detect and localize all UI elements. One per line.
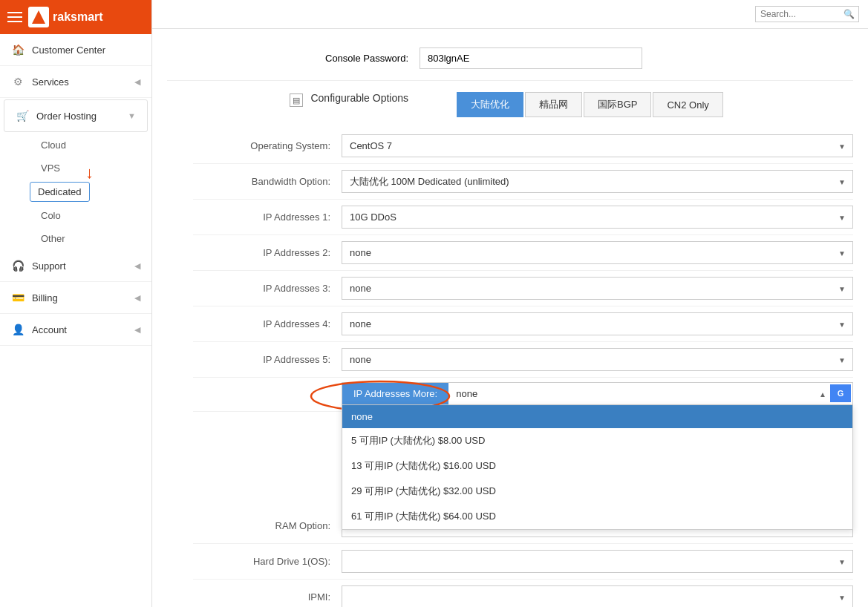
ip-more-header: IP Addresses More: none G ▲ bbox=[342, 382, 853, 405]
sidebar-nav: 🏠 Customer Center ⚙ Services ◀ 🛒 Order H… bbox=[0, 34, 151, 607]
ip-addresses-1-wrapper: 10G DDoS bbox=[342, 206, 853, 229]
dropdown-option-none[interactable]: none bbox=[342, 405, 852, 428]
ip-more-dropdown-list: none 5 可用IP (大陆优化) $8.00 USD 13 可用IP (大陆… bbox=[342, 405, 853, 530]
sidebar-label-customer-center: Customer Center bbox=[32, 45, 105, 56]
operating-system-label: Operating System: bbox=[193, 140, 342, 151]
billing-icon: 💳 bbox=[11, 291, 25, 304]
ram-option-label: RAM Option: bbox=[193, 520, 342, 531]
svg-marker-0 bbox=[32, 10, 45, 24]
ip-addresses-5-row: IP Addresses 5: none bbox=[193, 342, 853, 378]
dropdown-option-5ip[interactable]: 5 可用IP (大陆优化) $8.00 USD bbox=[342, 428, 852, 453]
bandwidth-option-label: Bandwidth Option: bbox=[193, 176, 342, 187]
configurable-options-section: ▤ Configurable Options 大陆优化 精品网 国际BGP CN… bbox=[167, 81, 853, 607]
console-password-row: Console Password: bbox=[167, 40, 853, 81]
operating-system-row: Operating System: CentOS 7 bbox=[193, 128, 853, 164]
bandwidth-option-row: Bandwidth Option: 大陆优化 100M Dedicated (u… bbox=[193, 164, 853, 200]
config-options-header: ▤ Configurable Options 大陆优化 精品网 国际BGP CN… bbox=[167, 92, 853, 117]
account-arrow: ◀ bbox=[134, 325, 140, 335]
sidebar-item-account[interactable]: 👤 Account ◀ bbox=[0, 314, 151, 346]
ip-addresses-5-select[interactable]: none bbox=[342, 348, 853, 371]
operating-system-select[interactable]: CentOS 7 bbox=[342, 134, 853, 157]
ipmi-wrapper bbox=[342, 585, 853, 607]
services-arrow: ◀ bbox=[134, 77, 140, 87]
ip-addresses-more-button[interactable]: IP Addresses More: bbox=[342, 383, 448, 404]
ipmi-select[interactable] bbox=[342, 585, 853, 607]
ip-addresses-more-row: IP Addresses More: none G ▲ none 5 可用IP … bbox=[193, 378, 853, 412]
billing-arrow: ◀ bbox=[134, 293, 140, 303]
tab-guojibgp[interactable]: 国际BGP bbox=[584, 92, 651, 117]
ip-addresses-1-label: IP Addresses 1: bbox=[193, 211, 342, 223]
dropdown-option-29ip[interactable]: 29 可用IP (大陆优化) $32.00 USD bbox=[342, 479, 852, 504]
ip-addresses-4-label: IP Addresses 4: bbox=[193, 318, 342, 329]
sidebar-item-cloud[interactable]: Cloud bbox=[30, 134, 151, 157]
ip-addresses-more-control: IP Addresses More: none G ▲ none 5 可用IP … bbox=[342, 382, 853, 405]
sidebar-item-billing[interactable]: 💳 Billing ◀ bbox=[0, 282, 151, 314]
console-password-input[interactable] bbox=[420, 47, 642, 69]
main-content: 🔍 Console Password: ▤ Configurable Optio… bbox=[152, 0, 868, 607]
ip-addresses-4-select[interactable]: none bbox=[342, 312, 853, 335]
dedicated-row: Dedicated ↓ bbox=[30, 180, 151, 204]
ip-addresses-3-row: IP Addresses 3: none bbox=[193, 271, 853, 306]
sidebar-item-support[interactable]: 🎧 Support ◀ bbox=[0, 250, 151, 282]
ip-more-current-value: none bbox=[448, 383, 852, 404]
dropdown-option-13ip[interactable]: 13 可用IP (大陆优化) $16.00 USD bbox=[342, 453, 852, 479]
sidebar-label-support: Support bbox=[32, 260, 66, 272]
dropdown-option-61ip[interactable]: 61 可用IP (大陆优化) $64.00 USD bbox=[342, 504, 852, 529]
ip-addresses-3-wrapper: none bbox=[342, 277, 853, 300]
ip-addresses-4-wrapper: none bbox=[342, 312, 853, 335]
search-icon: 🔍 bbox=[843, 9, 855, 19]
red-arrow-icon: ↓ bbox=[85, 163, 94, 183]
ip-addresses-4-row: IP Addresses 4: none bbox=[193, 306, 853, 342]
config-options-title: Configurable Options bbox=[310, 92, 408, 104]
content-area: Console Password: ▤ Configurable Options… bbox=[152, 29, 868, 607]
ip-addresses-more-label bbox=[193, 382, 342, 388]
logo-icon bbox=[28, 7, 49, 27]
hamburger-icon[interactable] bbox=[7, 12, 22, 22]
tab-group: 大陆优化 精品网 国际BGP CN2 Only bbox=[457, 92, 723, 117]
ip-addresses-2-row: IP Addresses 2: none bbox=[193, 235, 853, 271]
config-options-icon: ▤ bbox=[290, 93, 303, 107]
search-wrapper: 🔍 bbox=[755, 6, 859, 22]
sidebar-item-colo[interactable]: Colo bbox=[30, 204, 151, 227]
sidebar-label-services: Services bbox=[32, 76, 69, 88]
tab-cn2only[interactable]: CN2 Only bbox=[653, 92, 722, 117]
account-icon: 👤 bbox=[11, 323, 25, 336]
hard-drive-1-wrapper bbox=[342, 550, 853, 573]
sidebar-header: raksmart bbox=[0, 0, 151, 34]
hard-drive-1-label: Hard Drive 1(OS): bbox=[193, 556, 342, 567]
support-arrow: ◀ bbox=[134, 261, 140, 271]
tab-daluyouhua[interactable]: 大陆优化 bbox=[457, 92, 523, 117]
sub-nav: Cloud VPS Dedicated ↓ Colo Other bbox=[0, 134, 151, 250]
sidebar-item-dedicated[interactable]: Dedicated bbox=[30, 182, 90, 202]
ipmi-row: IPMI: bbox=[193, 580, 853, 607]
sidebar-item-order-hosting[interactable]: 🛒 Order Hosting ▼ bbox=[4, 99, 148, 132]
sidebar-label-account: Account bbox=[32, 324, 67, 335]
services-icon: ⚙ bbox=[11, 75, 25, 88]
ip-addresses-3-label: IP Addresses 3: bbox=[193, 283, 342, 294]
tab-jingpinwang[interactable]: 精品网 bbox=[525, 92, 582, 117]
translate-icon[interactable]: G bbox=[830, 384, 851, 402]
form-rows: Operating System: CentOS 7 Bandwidth Opt… bbox=[193, 128, 853, 607]
sidebar-label-billing: Billing bbox=[32, 292, 58, 304]
ip-addresses-3-select[interactable]: none bbox=[342, 277, 853, 300]
sidebar: raksmart 🏠 Customer Center ⚙ Services ◀ … bbox=[0, 0, 152, 607]
bandwidth-option-select[interactable]: 大陆优化 100M Dedicated (unlimited) bbox=[342, 170, 853, 193]
sidebar-item-services[interactable]: ⚙ Services ◀ bbox=[0, 66, 151, 98]
ip-addresses-2-label: IP Addresses 2: bbox=[193, 247, 342, 258]
cart-icon: 🛒 bbox=[16, 109, 29, 122]
ip-addresses-1-row: IP Addresses 1: 10G DDoS bbox=[193, 200, 853, 235]
console-label: Console Password: bbox=[167, 53, 420, 64]
sidebar-item-customer-center[interactable]: 🏠 Customer Center bbox=[0, 34, 151, 66]
logo-area: raksmart bbox=[28, 7, 103, 27]
ip-addresses-1-select[interactable]: 10G DDoS bbox=[342, 206, 853, 229]
logo-text: raksmart bbox=[53, 10, 103, 24]
hard-drive-1-row: Hard Drive 1(OS): bbox=[193, 544, 853, 580]
sidebar-label-order-hosting: Order Hosting bbox=[36, 111, 97, 122]
ip-addresses-5-wrapper: none bbox=[342, 348, 853, 371]
sidebar-item-other[interactable]: Other bbox=[30, 227, 151, 250]
home-icon: 🏠 bbox=[11, 43, 25, 56]
hard-drive-1-select[interactable] bbox=[342, 550, 853, 573]
operating-system-wrapper: CentOS 7 bbox=[342, 134, 853, 157]
ip-addresses-2-select[interactable]: none bbox=[342, 241, 853, 264]
dropdown-arrow-up-icon: ▲ bbox=[819, 390, 826, 398]
